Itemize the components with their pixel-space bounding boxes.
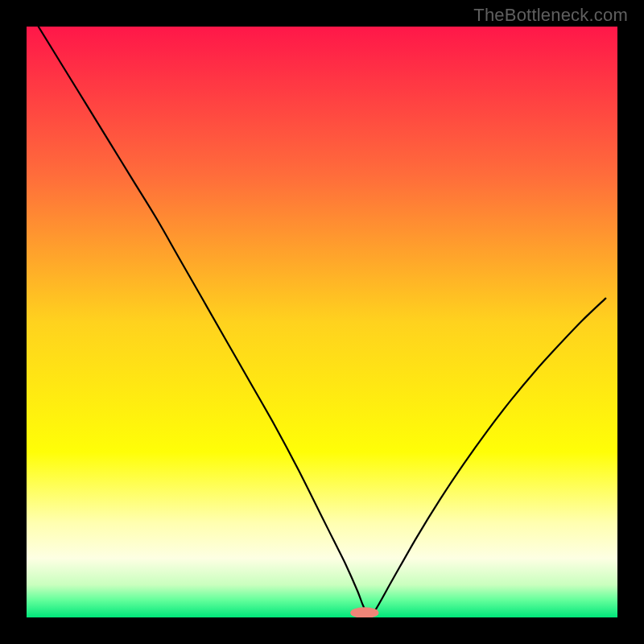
chart-frame: TheBottleneck.com	[0, 0, 644, 644]
plot-area	[27, 27, 617, 617]
watermark-text: TheBottleneck.com	[473, 5, 628, 26]
plot-background	[27, 27, 617, 617]
plot-svg	[27, 27, 617, 617]
